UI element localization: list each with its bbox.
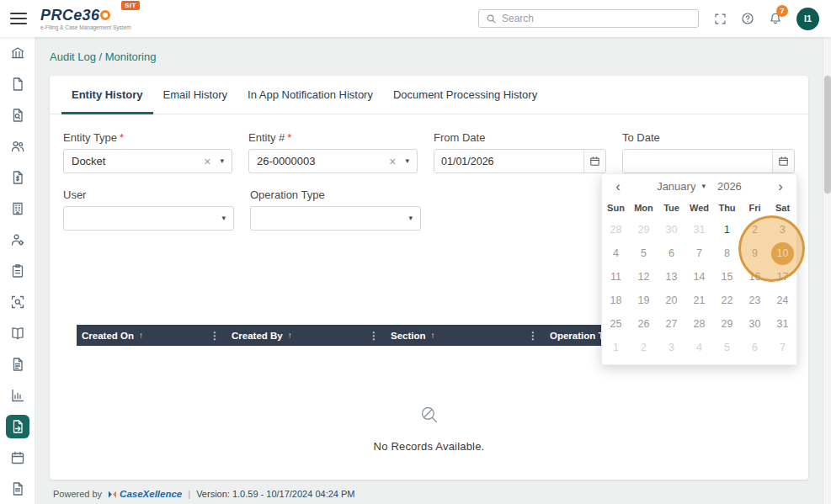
to-date-input[interactable] (623, 150, 772, 172)
sort-ascending-icon[interactable]: ↑ (288, 331, 292, 340)
global-search[interactable] (478, 9, 699, 28)
calendar-day-12[interactable]: 12 (630, 265, 658, 289)
sort-ascending-icon[interactable]: ↑ (431, 331, 435, 340)
calendar-day-27[interactable]: 27 (658, 312, 685, 336)
calendar-day-31-adjacent[interactable]: 31 (685, 218, 713, 241)
calendar-day-4[interactable]: 4 (602, 241, 630, 265)
clear-icon[interactable]: × (204, 156, 210, 167)
sidebar-item-scan-search[interactable] (6, 290, 29, 314)
chevron-down-icon[interactable]: ▾ (405, 157, 409, 165)
calendar-day-11[interactable]: 11 (602, 265, 630, 289)
brand-link[interactable]: CaseXellence (108, 489, 182, 499)
sidebar-item-document[interactable] (6, 72, 29, 96)
help-icon[interactable] (741, 12, 754, 25)
calendar-day-1[interactable]: 1 (713, 218, 741, 241)
column-menu-icon[interactable]: ⋮ (367, 330, 381, 342)
calendar-day-28-adjacent[interactable]: 28 (602, 218, 630, 241)
next-month-icon[interactable]: › (771, 179, 790, 194)
calendar-day-30-adjacent[interactable]: 30 (658, 218, 685, 241)
column-menu-icon[interactable]: ⋮ (208, 330, 221, 342)
calendar-day-5-adjacent[interactable]: 5 (713, 336, 741, 359)
sidebar-item-document-search[interactable] (6, 103, 29, 127)
calendar-day-25[interactable]: 25 (602, 312, 630, 336)
clear-icon[interactable]: × (389, 156, 396, 167)
entity-type-dropdown[interactable]: Docket × ▾ (63, 149, 232, 173)
calendar-day-9[interactable]: 9 (741, 241, 769, 265)
calendar-day-6[interactable]: 6 (658, 241, 685, 265)
sort-ascending-icon[interactable]: ↑ (139, 331, 143, 340)
calendar-day-23[interactable]: 23 (741, 289, 769, 312)
book-icon (10, 326, 25, 341)
operation-type-dropdown[interactable]: ▾ (250, 206, 421, 231)
sidebar-item-building[interactable] (6, 197, 29, 220)
calendar-day-7[interactable]: 7 (685, 241, 713, 265)
calendar-day-3[interactable]: 3 (769, 218, 796, 241)
calendar-day-2-adjacent[interactable]: 2 (630, 336, 658, 359)
calendar-day-24[interactable]: 24 (769, 289, 796, 312)
calendar-day-19[interactable]: 19 (630, 289, 658, 312)
sidebar-item-users[interactable] (6, 135, 29, 158)
sidebar-item-invoice[interactable] (6, 166, 29, 189)
sidebar-item-chart[interactable] (6, 384, 29, 407)
entity-number-dropdown[interactable]: 26-0000003 × ▾ (248, 149, 418, 173)
sidebar-item-bank[interactable] (6, 41, 29, 65)
column-header-section[interactable]: Section↑⋮ (386, 325, 545, 346)
calendar-day-4-adjacent[interactable]: 4 (685, 336, 713, 359)
user-dropdown[interactable]: ▾ (63, 206, 234, 231)
calendar-day-29-adjacent[interactable]: 29 (630, 218, 658, 241)
sidebar-item-file[interactable] (6, 353, 29, 376)
calendar-day-30[interactable]: 30 (741, 312, 769, 336)
chevron-down-icon[interactable]: ▾ (220, 157, 224, 165)
calendar-day-18[interactable]: 18 (602, 289, 630, 312)
calendar-day-31[interactable]: 31 (769, 312, 796, 336)
calendar-day-20[interactable]: 20 (658, 289, 685, 312)
calendar-day-21[interactable]: 21 (685, 289, 713, 312)
scrollbar-thumb[interactable] (824, 76, 831, 194)
column-menu-icon[interactable]: ⋮ (526, 330, 540, 342)
user-avatar[interactable]: I1 (796, 8, 819, 30)
calendar-day-26[interactable]: 26 (630, 312, 658, 336)
from-date-input[interactable] (434, 150, 583, 172)
fullscreen-icon[interactable] (714, 13, 727, 25)
logo-text: PRCe36 (40, 8, 99, 24)
calendar-day-1-adjacent[interactable]: 1 (602, 336, 630, 359)
calendar-day-10[interactable]: 10 (769, 241, 796, 265)
sidebar-item-report[interactable] (6, 477, 29, 501)
tab-entity-history[interactable]: Entity History (61, 88, 153, 114)
month-select[interactable]: January ▾ (657, 180, 706, 193)
hamburger-menu-icon[interactable] (10, 13, 27, 24)
to-date-calendar-button[interactable] (772, 150, 794, 172)
calendar-day-8[interactable]: 8 (713, 241, 741, 265)
calendar-day-16[interactable]: 16 (741, 265, 769, 289)
previous-month-icon[interactable]: ‹ (609, 179, 627, 194)
calendar-day-14[interactable]: 14 (685, 265, 713, 289)
sidebar-item-audit-log[interactable] (6, 415, 29, 438)
tabs: Entity HistoryEmail HistoryIn App Notifi… (50, 76, 808, 114)
calendar-day-13[interactable]: 13 (658, 265, 685, 289)
calendar-day-15[interactable]: 15 (713, 265, 741, 289)
calendar-day-6-adjacent[interactable]: 6 (741, 336, 769, 359)
calendar-day-22[interactable]: 22 (713, 289, 741, 312)
tab-in-app-notification-history[interactable]: In App Notification History (237, 88, 383, 114)
sidebar-item-user-settings[interactable] (6, 228, 29, 252)
search-input[interactable] (502, 13, 691, 24)
calendar-day-7-adjacent[interactable]: 7 (769, 336, 796, 359)
calendar-day-28[interactable]: 28 (685, 312, 713, 336)
chevron-down-icon[interactable]: ▾ (408, 215, 413, 222)
calendar-day-2[interactable]: 2 (741, 218, 769, 241)
column-header-created-on[interactable]: Created On↑⋮ (77, 325, 226, 346)
calendar-day-29[interactable]: 29 (713, 312, 741, 336)
calendar-day-17[interactable]: 17 (769, 265, 796, 289)
tab-email-history[interactable]: Email History (153, 88, 238, 114)
notification-count-badge: 7 (776, 5, 788, 17)
tab-document-processing-history[interactable]: Document Processing History (383, 88, 547, 114)
sidebar-item-tasks[interactable] (6, 259, 29, 283)
calendar-day-5[interactable]: 5 (630, 241, 658, 265)
column-header-created-by[interactable]: Created By↑⋮ (226, 325, 386, 346)
year-select[interactable]: 2026 (717, 180, 742, 193)
from-date-calendar-button[interactable] (583, 150, 605, 172)
sidebar-item-calendar[interactable] (6, 446, 29, 470)
chevron-down-icon[interactable]: ▾ (221, 215, 226, 222)
sidebar-item-book[interactable] (6, 321, 29, 345)
calendar-day-3-adjacent[interactable]: 3 (658, 336, 685, 359)
